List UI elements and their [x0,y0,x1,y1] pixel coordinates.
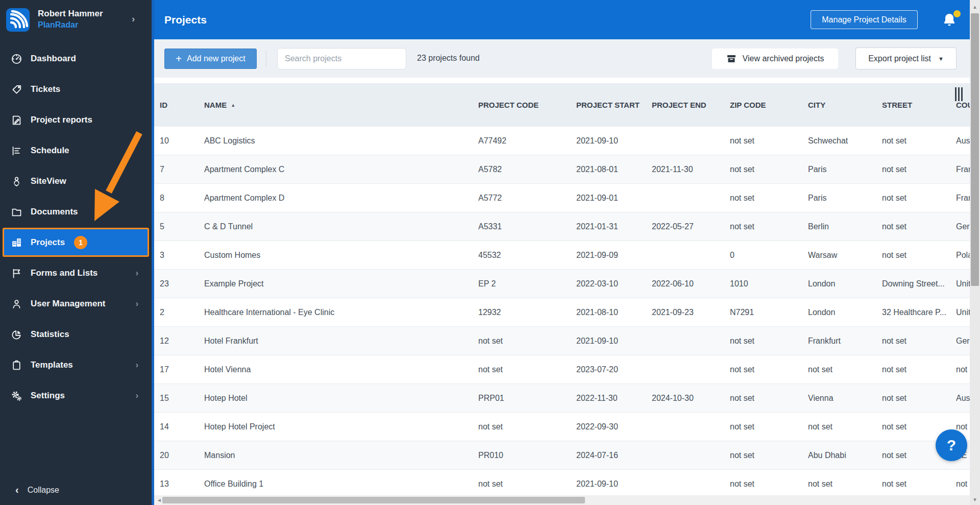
scroll-down-icon[interactable]: ▼ [970,495,980,505]
planradar-logo [6,8,30,32]
cell-name: ABC Logistics [204,136,472,146]
cell-street: not set [882,222,952,231]
cell-name: Apartment Complex D [204,194,472,203]
vertical-scrollbar-thumb[interactable] [971,13,979,286]
chevron-right-icon: › [136,391,138,400]
search-projects-input[interactable] [277,48,406,69]
cell-street: not set [882,479,952,489]
cell-code: EP 2 [478,279,570,288]
chevron-right-icon: › [136,299,138,308]
table-row[interactable]: 17Hotel Viennanot set2023-07-20not setno… [154,355,970,384]
table-row[interactable]: 15Hotep HotelPRP012022-11-302024-10-30no… [154,384,970,413]
cell-start: 2021-08-01 [576,165,618,174]
sidebar-item-forms-and-lists[interactable]: Forms and Lists› [0,258,152,288]
results-count: 23 projects found [417,54,480,63]
cell-name: Office Building 1 [204,479,472,489]
sidebar-item-documents[interactable]: Documents [0,197,152,227]
view-archived-label: View archived projects [743,54,824,63]
notification-dot [953,10,961,17]
column-header-country[interactable]: COUNTRY [956,83,970,127]
column-header-id[interactable]: ID [160,83,167,127]
cell-zip: not set [730,479,754,489]
scroll-up-icon[interactable]: ▲ [970,2,980,12]
sidebar-item-label: Project reports [31,115,92,125]
column-header-project-code[interactable]: PROJECT CODE [478,83,538,127]
cell-end: 2021-11-30 [652,165,693,174]
table-row[interactable]: 14Hotep Hotel Projectnot set2022-09-30no… [154,413,970,441]
chevron-down-icon: ▼ [938,56,944,62]
cell-zip: not set [730,451,754,460]
cell-code: A77492 [478,136,570,146]
cell-code: PR010 [478,451,570,460]
column-header-project-end[interactable]: PROJECT END [652,83,706,127]
view-archived-projects-button[interactable]: View archived projects [712,49,838,69]
account-switcher[interactable]: Robert Hammer PlanRadar › [0,0,152,41]
table-row[interactable]: 20MansionPR0102024-07-16not setAbu Dhabi… [154,441,970,470]
cell-country: not set [956,365,970,374]
table-row[interactable]: 5C & D TunnelA53312021-01-312022-05-27no… [154,212,970,241]
horizontal-scrollbar-thumb[interactable] [162,497,585,503]
cell-city: Paris [808,165,877,174]
sidebar-item-label: User Management [31,299,105,309]
chevron-right-icon[interactable]: › [132,13,135,25]
column-header-city[interactable]: CITY [808,83,825,127]
sidebar-item-statistics[interactable]: Statistics [0,319,152,350]
chevron-right-icon: › [136,269,138,278]
cell-street: not set [882,194,952,203]
settings-icon [10,390,22,402]
sidebar-item-templates[interactable]: Templates› [0,350,152,380]
table-row[interactable]: 8Apartment Complex DA57722021-09-01not s… [154,184,970,212]
column-header-project-start[interactable]: PROJECT START [576,83,640,127]
page-title: Projects [164,14,207,26]
dashboard-icon [10,53,22,65]
sidebar-item-tickets[interactable]: Tickets [0,74,152,105]
sidebar-item-dashboard[interactable]: Dashboard [0,43,152,74]
siteview-icon [10,175,22,187]
table-row[interactable]: 3Custom Homes455322021-09-090Warsawnot s… [154,241,970,270]
collapse-label: Collapse [28,486,59,495]
chevron-right-icon: › [136,360,138,370]
table-row[interactable]: 23Example ProjectEP 22022-03-102022-06-1… [154,270,970,298]
help-button[interactable]: ? [936,429,967,461]
sidebar-item-project-reports[interactable]: Project reports [0,105,152,135]
collapse-sidebar-button[interactable]: ‹ Collapse [0,475,152,505]
planradar-app: Robert Hammer PlanRadar › DashboardTicke… [0,0,980,505]
cell-country: United Kingdom [956,308,970,317]
cell-name: Example Project [204,279,472,288]
cell-end: 2022-05-27 [652,222,694,231]
projects-toolbar: + Add new project 23 projects found View… [154,39,970,78]
table-row[interactable]: 13Office Building 1not set2021-09-10not … [154,470,970,498]
cell-street: not set [882,136,952,146]
cell-name: Hotep Hotel Project [204,422,472,431]
cell-code: not set [478,336,570,346]
column-header-name[interactable]: NAME▲ [204,83,235,127]
table-row[interactable]: 10ABC LogisticsA774922021-09-10not setSc… [154,127,970,155]
cell-end: 2022-06-10 [652,279,694,288]
manage-project-details-button[interactable]: Manage Project Details [811,10,918,29]
cell-country: not set [956,422,970,431]
vertical-scrollbar[interactable]: ▲ ▼ [970,0,980,505]
cell-street: not set [882,336,952,346]
table-row[interactable]: 12Hotel Frankfurtnot set2021-09-10not se… [154,327,970,355]
table-row[interactable]: 2Healthcare International - Eye Clinic12… [154,298,970,327]
table-row[interactable]: 7Apartment Complex CA57822021-08-012021-… [154,155,970,184]
export-project-list-button[interactable]: Export project list ▼ [855,47,957,69]
cell-id: 2 [160,308,164,317]
cell-start: 2022-03-10 [576,279,618,288]
sidebar-item-projects[interactable]: Projects1 [3,228,149,257]
column-header-zip-code[interactable]: ZIP CODE [730,83,766,127]
cell-start: 2021-09-10 [576,479,618,489]
horizontal-scrollbar[interactable]: ◄ [154,495,970,505]
cell-id: 15 [160,394,169,403]
notifications-button[interactable] [941,11,961,30]
add-new-project-button[interactable]: + Add new project [164,49,257,69]
projects-table: 10ABC LogisticsA774922021-09-10not setSc… [154,127,970,505]
sidebar-item-settings[interactable]: Settings› [0,380,152,411]
sidebar-item-label: Documents [31,207,78,217]
sidebar-item-siteview[interactable]: SiteView [0,166,152,197]
column-header-street[interactable]: STREET [882,83,912,127]
projects-count-badge: 1 [74,236,87,249]
sidebar-item-schedule[interactable]: Schedule [0,135,152,166]
sidebar-item-user-management[interactable]: User Management› [0,288,152,319]
cell-start: 2021-09-10 [576,336,618,346]
